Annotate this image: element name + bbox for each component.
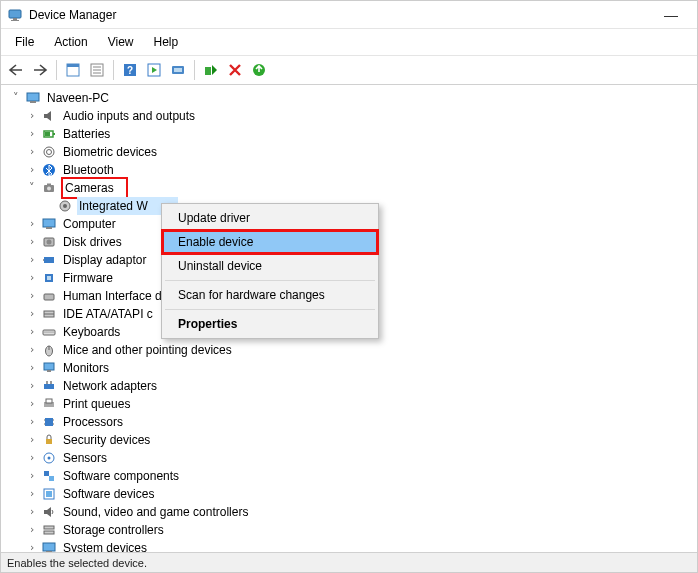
tree-item[interactable]: ›Processors	[9, 413, 697, 431]
back-button[interactable]	[5, 59, 27, 81]
svg-rect-51	[46, 381, 48, 384]
tree-item-label[interactable]: Software components	[61, 467, 181, 485]
tree-item-label[interactable]: Display adaptor	[61, 251, 148, 269]
tree-item[interactable]: ›Software devices	[9, 485, 697, 503]
forward-button[interactable]	[29, 59, 51, 81]
expand-icon[interactable]: ›	[25, 431, 39, 449]
tree-item[interactable]: ›Security devices	[9, 431, 697, 449]
ctx-enable-device[interactable]: Enable device	[164, 230, 376, 254]
device-category-icon	[41, 540, 57, 552]
expand-icon[interactable]: ›	[25, 269, 39, 287]
tree-item[interactable]: ›System devices	[9, 539, 697, 552]
expand-icon[interactable]: ›	[25, 503, 39, 521]
expand-icon[interactable]: ›	[25, 323, 39, 341]
expand-icon[interactable]: ›	[25, 395, 39, 413]
properties-icon[interactable]	[86, 59, 108, 81]
action-icon[interactable]	[143, 59, 165, 81]
tree-item[interactable]: ›Sound, video and game controllers	[9, 503, 697, 521]
tree-item-label[interactable]: Human Interface d	[61, 287, 164, 305]
tree-item[interactable]: ›Biometric devices	[9, 143, 697, 161]
expand-icon[interactable]: ›	[25, 521, 39, 539]
svg-rect-36	[47, 276, 51, 280]
expand-icon[interactable]: ›	[25, 467, 39, 485]
device-category-icon	[41, 378, 57, 394]
tree-item[interactable]: ›Print queues	[9, 395, 697, 413]
uninstall-icon[interactable]	[224, 59, 246, 81]
svg-rect-4	[67, 64, 79, 67]
svg-rect-66	[46, 491, 52, 497]
menu-action[interactable]: Action	[46, 33, 95, 51]
expand-icon[interactable]: ›	[25, 107, 39, 125]
tree-item-label[interactable]: Monitors	[61, 359, 111, 377]
expand-icon[interactable]: ›	[25, 215, 39, 233]
tree-item-label[interactable]: Firmware	[61, 269, 115, 287]
help-icon[interactable]: ?	[119, 59, 141, 81]
tree-item-label[interactable]: Sound, video and game controllers	[61, 503, 250, 521]
expand-icon[interactable]: ›	[25, 539, 39, 552]
enable-device-icon[interactable]	[200, 59, 222, 81]
tree-item[interactable]: ›Audio inputs and outputs	[9, 107, 697, 125]
device-category-icon	[41, 270, 57, 286]
update-driver-icon[interactable]	[248, 59, 270, 81]
tree-item-cameras[interactable]: Cameras	[61, 177, 128, 199]
expand-icon[interactable]: ›	[25, 341, 39, 359]
tree-item-label[interactable]: Network adapters	[61, 377, 159, 395]
tree-item-label[interactable]: IDE ATA/ATAPI c	[61, 305, 155, 323]
expand-icon[interactable]: ›	[25, 485, 39, 503]
tree-item-label[interactable]: Mice and other pointing devices	[61, 341, 234, 359]
expand-icon[interactable]: ›	[25, 233, 39, 251]
tree-item-label[interactable]: Audio inputs and outputs	[61, 107, 197, 125]
tree-item-label[interactable]: Keyboards	[61, 323, 122, 341]
svg-rect-63	[44, 471, 49, 476]
expand-icon[interactable]: ›	[25, 125, 39, 143]
svg-rect-16	[27, 93, 39, 101]
tree-item-label[interactable]: Biometric devices	[61, 143, 159, 161]
svg-text:?: ?	[127, 65, 133, 76]
tree-item-label[interactable]: Computer	[61, 215, 118, 233]
menu-file[interactable]: File	[7, 33, 42, 51]
tree-item[interactable]: ›Software components	[9, 467, 697, 485]
expand-icon[interactable]: ›	[25, 161, 39, 179]
tree-item[interactable]: ˅Cameras	[9, 179, 697, 197]
expand-icon[interactable]: ›	[25, 251, 39, 269]
device-category-icon	[41, 504, 57, 520]
ctx-properties[interactable]: Properties	[164, 312, 376, 336]
tree-item-label[interactable]: Disk drives	[61, 233, 124, 251]
expand-icon[interactable]: ›	[25, 377, 39, 395]
device-category-icon	[41, 450, 57, 466]
scan-hardware-icon[interactable]	[167, 59, 189, 81]
show-hidden-icon[interactable]	[62, 59, 84, 81]
tree-item-label[interactable]: Print queues	[61, 395, 132, 413]
tree-item-label[interactable]: Security devices	[61, 431, 152, 449]
expand-icon[interactable]: ›	[25, 449, 39, 467]
collapse-icon[interactable]: ˅	[9, 89, 23, 107]
tree-item-label[interactable]: Processors	[61, 413, 125, 431]
tree-item[interactable]: ›Batteries	[9, 125, 697, 143]
ctx-scan-hardware[interactable]: Scan for hardware changes	[164, 283, 376, 307]
expand-icon[interactable]: ›	[25, 305, 39, 323]
svg-rect-0	[9, 10, 21, 18]
toolbar-separator	[56, 60, 57, 80]
tree-item[interactable]: ›Monitors	[9, 359, 697, 377]
tree-item-label[interactable]: Software devices	[61, 485, 156, 503]
tree-item[interactable]: ›Mice and other pointing devices	[9, 341, 697, 359]
tree-item[interactable]: ›Sensors	[9, 449, 697, 467]
collapse-icon[interactable]: ˅	[25, 179, 39, 197]
svg-point-43	[48, 331, 49, 332]
ctx-uninstall-device[interactable]: Uninstall device	[164, 254, 376, 278]
tree-item-label[interactable]: Batteries	[61, 125, 112, 143]
tree-item-label[interactable]: Storage controllers	[61, 521, 166, 539]
expand-icon[interactable]: ›	[25, 359, 39, 377]
expand-icon[interactable]: ›	[25, 287, 39, 305]
minimize-button[interactable]: —	[651, 7, 691, 23]
tree-item[interactable]: ›Storage controllers	[9, 521, 697, 539]
tree-item-label[interactable]: Sensors	[61, 449, 109, 467]
tree-item[interactable]: ›Network adapters	[9, 377, 697, 395]
ctx-update-driver[interactable]: Update driver	[164, 206, 376, 230]
menu-help[interactable]: Help	[146, 33, 187, 51]
expand-icon[interactable]: ›	[25, 143, 39, 161]
expand-icon[interactable]: ›	[25, 413, 39, 431]
tree-item-label[interactable]: System devices	[61, 539, 149, 552]
tree-root[interactable]: Naveen-PC	[45, 89, 111, 107]
menu-view[interactable]: View	[100, 33, 142, 51]
